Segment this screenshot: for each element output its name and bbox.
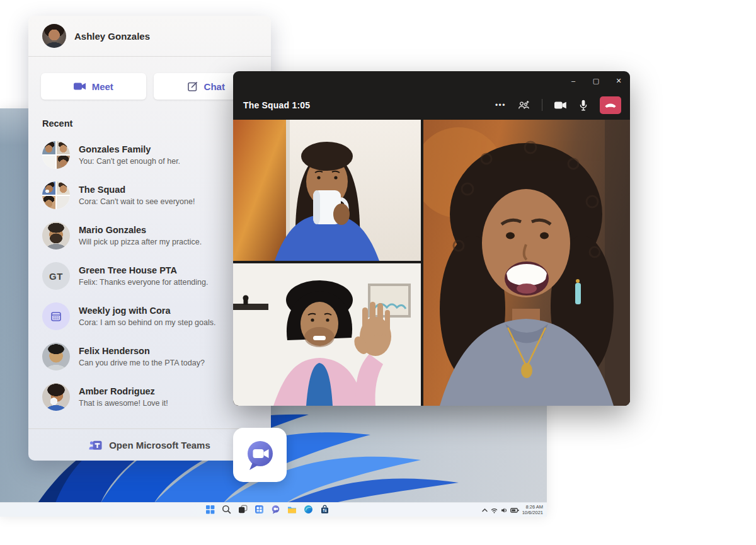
system-tray[interactable]: 8:26 AM 10/6/2021 [482, 505, 543, 515]
camera-icon [554, 101, 567, 110]
volume-icon [501, 507, 507, 513]
edge-button[interactable] [304, 505, 313, 514]
flyout-header: Ashley Gonzales [28, 16, 271, 57]
chat-preview: Can you drive me to the PTA today? [79, 358, 205, 368]
task-view-button[interactable] [238, 505, 248, 514]
task-view-icon [238, 505, 248, 514]
participant-2-video [233, 263, 421, 406]
chat-preview: You: Can't get enough of her. [79, 156, 180, 166]
chevron-up-icon [482, 508, 488, 513]
user-name: Ashley Gonzales [74, 31, 150, 42]
chat-preview: That is awesome! Love it! [79, 398, 168, 408]
meet-button-label: Meet [92, 81, 113, 92]
chat-preview: Cora: Can't wait to see everyone! [79, 197, 195, 207]
chat-preview: Will pick up pizza after my practice. [79, 237, 202, 247]
taskbar-icons [205, 505, 329, 514]
chat-taskbar-button[interactable] [271, 505, 280, 514]
calendar-avatar [42, 302, 70, 330]
chat-title: Amber Rodriguez [79, 386, 168, 397]
compose-icon [187, 81, 198, 92]
chat-title: Felix Henderson [79, 345, 205, 357]
taskbar: 8:26 AM 10/6/2021 [0, 502, 547, 517]
maximize-button[interactable]: ▢ [585, 71, 607, 90]
initials-avatar: GT [42, 262, 70, 290]
start-icon [205, 505, 215, 514]
group-avatar [42, 141, 70, 169]
group-avatar [42, 181, 70, 209]
teams-chat-launcher[interactable] [233, 428, 287, 482]
participant-3-video [423, 120, 630, 406]
chat-title: Green Tree House PTA [79, 265, 208, 276]
wifi-icon [491, 507, 498, 513]
edge-icon [304, 505, 313, 514]
chat-button-label: Chat [204, 81, 225, 92]
controls-divider [542, 99, 542, 111]
start-button[interactable] [205, 505, 215, 514]
call-window: – ▢ ✕ The Squad 1:05 ••• [233, 71, 630, 406]
more-options-button[interactable]: ••• [495, 101, 506, 109]
store-icon [320, 505, 329, 514]
search-icon [222, 505, 231, 514]
ellipsis-icon: ••• [495, 101, 506, 109]
call-controls-bar: The Squad 1:05 ••• [233, 90, 630, 120]
window-titlebar[interactable]: – ▢ ✕ [233, 71, 630, 90]
add-people-icon [518, 100, 530, 110]
minimize-icon: – [571, 77, 575, 84]
call-title: The Squad 1:05 [243, 100, 310, 110]
widgets-icon [255, 505, 264, 514]
camera-button[interactable] [554, 101, 567, 110]
hang-up-icon [604, 101, 617, 108]
clock-date: 10/6/2021 [522, 510, 543, 516]
taskbar-clock[interactable]: 8:26 AM 10/6/2021 [522, 505, 543, 515]
widgets-button[interactable] [255, 505, 264, 514]
mic-icon [579, 100, 588, 111]
maximize-icon: ▢ [593, 77, 599, 85]
video-tile-participant-2[interactable] [233, 263, 421, 406]
participant-1-video [233, 120, 421, 261]
close-icon: ✕ [616, 77, 621, 85]
contact-avatar [42, 343, 70, 370]
user-avatar [42, 24, 66, 48]
battery-icon [510, 507, 519, 513]
chat-title: Gonzales Family [79, 144, 180, 155]
chat-preview: Cora: I am so behind on my step goals. [79, 318, 215, 328]
add-people-button[interactable] [518, 100, 530, 110]
meet-button[interactable]: Meet [41, 73, 146, 100]
chat-title: Mario Gonzales [79, 224, 202, 236]
calendar-icon [50, 310, 62, 323]
video-tile-participant-3[interactable] [423, 120, 630, 406]
call-controls: ••• [495, 96, 621, 114]
microphone-button[interactable] [579, 100, 588, 111]
contact-avatar [42, 222, 70, 250]
minimize-button[interactable]: – [562, 71, 585, 90]
chat-icon [271, 505, 280, 514]
search-button[interactable] [222, 505, 231, 514]
chat-preview: Felix: Thanks everyone for attending. [79, 277, 208, 287]
screenshot-canvas: 8:26 AM 10/6/2021 Ashley Gonzales Meet C… [0, 0, 756, 545]
chat-title: Weekly jog with Cora [79, 305, 215, 316]
video-tile-participant-1[interactable] [233, 120, 421, 261]
contact-avatar [42, 383, 70, 411]
open-teams-label: Open Microsoft Teams [109, 440, 210, 450]
store-button[interactable] [320, 505, 329, 514]
file-explorer-button[interactable] [287, 505, 297, 514]
file-explorer-icon [287, 505, 297, 514]
hang-up-button[interactable] [600, 96, 621, 114]
chat-bubble-video-icon [244, 439, 277, 471]
close-button[interactable]: ✕ [607, 71, 630, 90]
chat-title: The Squad [79, 184, 195, 195]
video-grid [233, 120, 630, 406]
video-camera-icon [74, 82, 86, 91]
teams-logo-icon [89, 439, 103, 451]
